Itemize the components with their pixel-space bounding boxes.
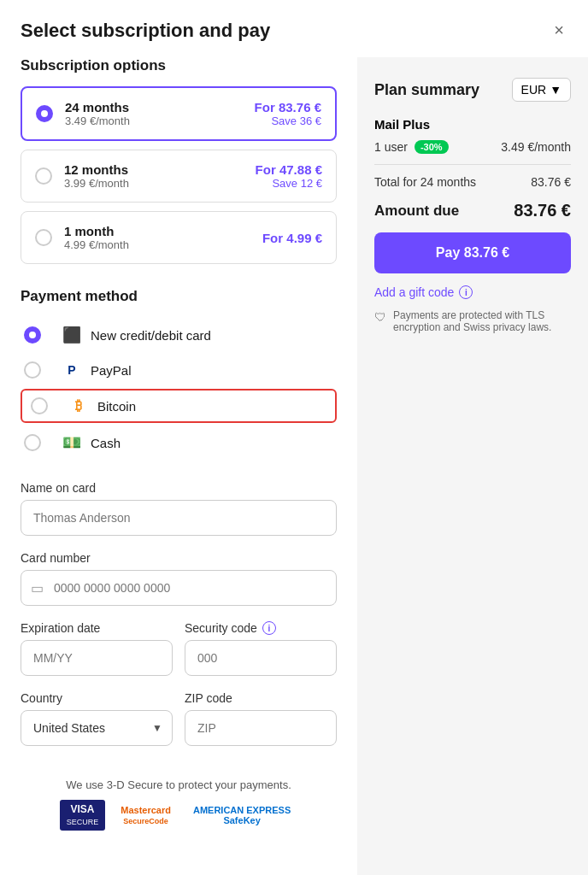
modal-title: Select subscription and pay [21, 20, 270, 42]
sub-save-24months: Save 36 € [255, 115, 321, 127]
country-select[interactable]: United States Germany France United King… [21, 710, 173, 746]
payment-option-card[interactable]: ⬛ New credit/debit card [21, 317, 337, 353]
total-label: Total for 24 months [374, 175, 476, 189]
sub-price-month-1month: 4.99 €/month [64, 238, 262, 251]
card-number-section: Card number ▭ [21, 551, 337, 606]
security-label: Security code [185, 621, 257, 635]
card-input-icon: ▭ [31, 580, 44, 596]
sub-name-12months: 12 months [64, 162, 256, 177]
radio-24months [36, 105, 53, 122]
sub-price-month-24months: 3.49 €/month [65, 115, 255, 127]
right-panel: Plan summary EUR ▼ Mail Plus 1 user -30%… [357, 57, 588, 875]
name-on-card-label: Name on card [21, 481, 337, 495]
card-icon: ⬛ [62, 326, 82, 344]
amount-due-label: Amount due [374, 203, 459, 220]
card-number-input[interactable] [21, 570, 337, 606]
expiry-security-row: Expiration date Security code i [21, 621, 337, 691]
security-label-wrapper: Security code i [185, 621, 337, 635]
bitcoin-icon: ₿ [68, 398, 89, 414]
name-on-card-section: Name on card [21, 481, 337, 536]
sub-info-1month: 1 month 4.99 €/month [64, 224, 262, 251]
subscription-option-1month[interactable]: 1 month 4.99 €/month For 4.99 € [21, 211, 337, 264]
zip-section: ZIP code [185, 691, 337, 746]
sub-info-12months: 12 months 3.99 €/month [64, 162, 256, 190]
plan-users-label: 1 user -30% [374, 140, 449, 154]
sub-price-right-24months: For 83.76 € Save 36 € [255, 100, 321, 127]
tls-notice: 🛡 Payments are protected with TLS encryp… [374, 309, 571, 333]
left-panel: Subscription options 24 months 3.49 €/mo… [0, 57, 357, 875]
total-value: 83.76 € [531, 175, 571, 189]
radio-paypal [24, 361, 41, 379]
currency-label: EUR [521, 83, 547, 97]
expiry-section: Expiration date [21, 621, 173, 676]
subscription-section-title: Subscription options [21, 57, 337, 74]
sub-price-right-12months: For 47.88 € Save 12 € [256, 162, 322, 190]
expiry-input[interactable] [21, 640, 173, 676]
plan-users-row: 1 user -30% 3.49 €/month [374, 140, 571, 154]
plan-summary-header: Plan summary EUR ▼ [374, 78, 571, 102]
cash-icon: 💵 [62, 433, 82, 452]
amex-logo: AMERICAN EXPRESSSafeKey [186, 802, 297, 829]
card-number-label: Card number [21, 551, 337, 565]
zip-label: ZIP code [185, 691, 337, 705]
sub-total-24months: For 83.76 € [255, 100, 321, 115]
cash-label: Cash [91, 436, 121, 450]
radio-card [24, 326, 41, 344]
modal-body: Subscription options 24 months 3.49 €/mo… [0, 57, 588, 875]
card-label: New credit/debit card [91, 328, 211, 343]
currency-dropdown-arrow: ▼ [550, 83, 562, 97]
payment-option-paypal[interactable]: P PayPal [21, 353, 337, 387]
country-select-wrapper: United States Germany France United King… [21, 710, 173, 746]
radio-bitcoin [31, 397, 48, 414]
plan-divider [374, 164, 571, 165]
discount-badge: -30% [415, 140, 449, 154]
plan-price-per-month: 3.49 €/month [501, 140, 571, 154]
amount-due-row: Amount due 83.76 € [374, 201, 571, 220]
country-label: Country [21, 691, 173, 705]
amount-due-value: 83.76 € [514, 201, 571, 220]
currency-button[interactable]: EUR ▼ [512, 78, 571, 102]
subscription-option-24months[interactable]: 24 months 3.49 €/month For 83.76 € Save … [21, 86, 337, 141]
paypal-label: PayPal [91, 363, 132, 378]
sub-info-24months: 24 months 3.49 €/month [65, 100, 255, 127]
expiry-label: Expiration date [21, 621, 173, 635]
sub-total-1month: For 4.99 € [262, 231, 322, 245]
plan-name: Mail Plus [374, 117, 571, 132]
radio-12months [35, 167, 52, 185]
sub-name-1month: 1 month [64, 224, 262, 238]
secure-notice: We use 3-D Secure to protect your paymen… [21, 778, 337, 839]
shield-icon: 🛡 [374, 310, 386, 324]
security-input[interactable] [185, 640, 337, 676]
name-on-card-input[interactable] [21, 500, 337, 536]
paypal-icon: P [62, 363, 82, 377]
zip-input[interactable] [185, 710, 337, 746]
visa-logo: VISASECURE [60, 800, 106, 831]
payment-option-bitcoin[interactable]: ₿ Bitcoin [21, 389, 337, 423]
sub-name-24months: 24 months [65, 100, 255, 115]
payment-section-title: Payment method [21, 288, 337, 305]
payment-section: Payment method ⬛ New credit/debit card P… [21, 288, 337, 461]
sub-save-12months: Save 12 € [256, 177, 322, 190]
subscription-option-12months[interactable]: 12 months 3.99 €/month For 47.88 € Save … [21, 150, 337, 203]
sub-total-12months: For 47.88 € [256, 162, 322, 177]
card-input-wrapper: ▭ [21, 570, 337, 606]
sub-price-month-12months: 3.99 €/month [64, 177, 256, 190]
close-button[interactable]: × [550, 17, 567, 44]
total-row: Total for 24 months 83.76 € [374, 175, 571, 189]
payment-option-cash[interactable]: 💵 Cash [21, 425, 337, 461]
country-section: Country United States Germany France Uni… [21, 691, 173, 746]
secure-text: We use 3-D Secure to protect your paymen… [21, 778, 337, 791]
subscription-options: Subscription options 24 months 3.49 €/mo… [21, 57, 337, 264]
bitcoin-label: Bitcoin [97, 399, 136, 414]
gift-code-link[interactable]: Add a gift code i [374, 285, 571, 299]
tls-text: Payments are protected with TLS encrypti… [393, 309, 571, 333]
security-info-icon[interactable]: i [262, 621, 276, 635]
plan-summary-title: Plan summary [374, 81, 479, 99]
gift-code-info-icon[interactable]: i [459, 285, 473, 299]
gift-code-label: Add a gift code [374, 285, 454, 299]
mastercard-logo: MastercardSecureCode [114, 802, 178, 829]
card-logos: VISASECURE MastercardSecureCode AMERICAN… [21, 800, 337, 831]
modal: Select subscription and pay × Subscripti… [0, 0, 588, 875]
radio-1month [35, 229, 52, 246]
pay-button[interactable]: Pay 83.76 € [374, 232, 571, 273]
